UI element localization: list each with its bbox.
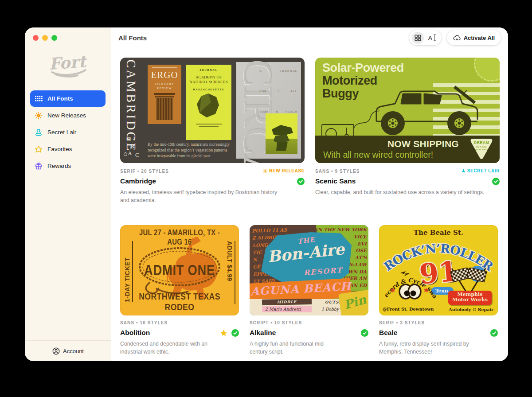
activated-check-icon[interactable] (231, 329, 239, 337)
gift-icon (35, 162, 43, 170)
now-shipping-text: NOW SHIPPING (387, 139, 459, 149)
yellow-corner: Pin (338, 289, 368, 315)
sun-icon (35, 112, 43, 120)
admit-one-text: ADMIT ONE (132, 261, 227, 279)
sidebar-item-rewards[interactable]: Rewards (30, 158, 106, 174)
category-label: SANS • 10 STYLES (120, 320, 239, 325)
scorecard-row: 2 Mario Andretti (262, 306, 312, 312)
view-toggle: A (409, 30, 442, 45)
font-card-alkaline[interactable]: POLLO 11 AS Z ALDRIN AC LONG TIC N CE EP… (250, 225, 368, 315)
grid-view-button[interactable] (412, 32, 424, 44)
checkered-flags-icon (446, 268, 492, 292)
rock-photo (266, 113, 297, 154)
new-release-badge: NEW RELEASE (263, 168, 305, 173)
row-divider (120, 212, 500, 212)
close-window-button[interactable] (33, 35, 39, 41)
ibeam-cursor-icon (433, 34, 436, 41)
font-title: Abolition (120, 329, 150, 337)
star-icon (35, 145, 43, 153)
fort-logo: Fort (45, 51, 91, 78)
text-view-button[interactable]: A (426, 34, 439, 42)
buggy-illustration (368, 81, 490, 138)
sidebar-item-new-releases[interactable]: New Releases (30, 107, 106, 124)
account-button[interactable]: Account (25, 340, 111, 361)
font-card-scenic-sans[interactable]: Solar-Powered Motorized Buggy (315, 58, 500, 163)
ergo-title: ERGO (148, 70, 181, 81)
circa-poster: CIRCA AJOURNAL FOR?ALL TIME&PLACE (236, 62, 301, 159)
controller-tagline: With all new wired controller! (323, 150, 433, 160)
sidebar-item-label: New Releases (47, 112, 86, 119)
font-title: Alkaline (250, 329, 276, 337)
rodeo-title-text: NORTHWEST TEXAS RODEO (129, 291, 229, 312)
shipping-band: NOW SHIPPING With all new wired controll… (315, 136, 500, 163)
font-title: Scenic Sans (315, 177, 356, 185)
column-illustration (154, 93, 175, 121)
activate-all-label: Activate All (464, 35, 495, 41)
sidebar: Fort All Fonts (25, 27, 111, 361)
page-title: All Fonts (118, 34, 147, 42)
memphis-motor-works-badge: Memphis Motor Works (448, 291, 492, 305)
sidebar-item-favorites[interactable]: Favorites (30, 141, 106, 157)
cirac-mark: C I R A C (125, 136, 146, 160)
pin-script-text: Pin (343, 292, 368, 312)
activated-check-icon[interactable] (490, 329, 498, 337)
category-label: SCRIPT • 10 STYLES (250, 320, 368, 325)
flask-icon (462, 168, 466, 173)
account-label: Account (63, 348, 84, 354)
font-title: Cambridge (120, 177, 156, 185)
laguna-beach-text: AGUNA BEACH (250, 280, 352, 298)
sun-graphic (474, 58, 500, 82)
cambridge-meta: SERIF • 20 STYLES NEW RELEASE Cambridge … (120, 169, 305, 205)
autobody-repair-text: Autobody ☺ Repair (449, 307, 493, 312)
text-view-a: A (428, 34, 432, 42)
sidebar-nav: All Fonts New Releases Secret Lair (30, 90, 106, 174)
toolbar: A Activate All (409, 30, 501, 45)
font-description: A highly fun and functional mid-century … (250, 340, 340, 356)
record-cycle-swap-group: Record & Cycle Swap ✱ ✱ (383, 272, 437, 307)
sidebar-item-label: Rewards (47, 163, 71, 169)
bon-aire-text: Bon-Aire (266, 240, 345, 266)
grid-icon (35, 95, 43, 103)
cambridge-caption: By the mid-19th century, naturalists inc… (148, 142, 231, 159)
activated-check-icon[interactable] (492, 178, 500, 185)
abolition-meta: SANS • 10 STYLES Abolition Condensed and… (120, 320, 239, 356)
scenic-headline-1: Solar-Powered (322, 61, 404, 75)
activate-all-button[interactable]: Activate All (447, 30, 501, 45)
sidebar-item-all-fonts[interactable]: All Fonts (30, 90, 106, 107)
asterisk-left: ✱ (391, 287, 395, 294)
activated-check-icon[interactable] (297, 178, 305, 185)
font-card-abolition[interactable]: JUL 27 - AMARILLO, TX - AUG 16 1-DAY TIC… (120, 225, 239, 315)
rodeo-dates-text: JUL 27 - AMARILLO, TX - AUG 16 (131, 228, 228, 247)
app-window: Fort All Fonts (25, 27, 508, 361)
font-title: Beale (379, 329, 397, 337)
favorite-star-icon[interactable] (220, 329, 227, 337)
academy-poster: JOURNAL ACADEMY OFNATURAL SCIENCES MASSA… (186, 65, 231, 140)
resort-text: RESORT (303, 266, 343, 277)
font-card-beale[interactable]: The Beale St. ROCK’N’ROLLER 91 91 Tenn. (379, 225, 498, 315)
font-description: An elevated, timeless serif typeface ins… (120, 188, 285, 205)
ergo-poster: ERGO LITERARY REVIEW (148, 65, 181, 124)
rock-illustration (193, 93, 224, 120)
dream-toy-badge: DREAM TOY CO. SWISS MADE (469, 137, 494, 161)
font-description: Condensed and dependable with an industr… (120, 340, 211, 356)
sidebar-item-secret-lair[interactable]: Secret Lair (30, 124, 106, 140)
font-description: Clear, capable, and built for sustained … (315, 188, 500, 196)
secret-lair-badge: SECRET LAIR (462, 168, 500, 173)
alkaline-meta: SCRIPT • 10 STYLES Alkaline A highly fun… (250, 320, 368, 356)
bon-aire-blob: THE Bon-Aire RESORT (261, 232, 352, 286)
person-icon (52, 347, 60, 355)
category-label: SERIF • 3 STYLES (379, 320, 498, 325)
fort-logo-text: Fort (48, 52, 88, 73)
minimize-window-button[interactable] (42, 35, 48, 41)
sun-icon (263, 169, 267, 173)
asterisk-right: ✱ (424, 287, 429, 294)
scenic-sans-meta: SANS • 9 STYLES SECRET LAIR Scenic Sans … (315, 169, 500, 196)
zoom-window-button[interactable] (51, 35, 57, 41)
controller-wire (352, 110, 381, 130)
window-controls (25, 27, 111, 41)
font-description: A funky, retro display serif inspired by… (379, 340, 486, 356)
activated-check-icon[interactable] (361, 329, 368, 337)
beale-meta: SERIF • 3 STYLES Beale A funky, retro di… (379, 320, 498, 356)
sidebar-item-label: All Fonts (47, 95, 73, 102)
font-card-cambridge[interactable]: CAMBRIDGE C I R A C ERGO LITERARY REVIEW… (120, 58, 305, 163)
